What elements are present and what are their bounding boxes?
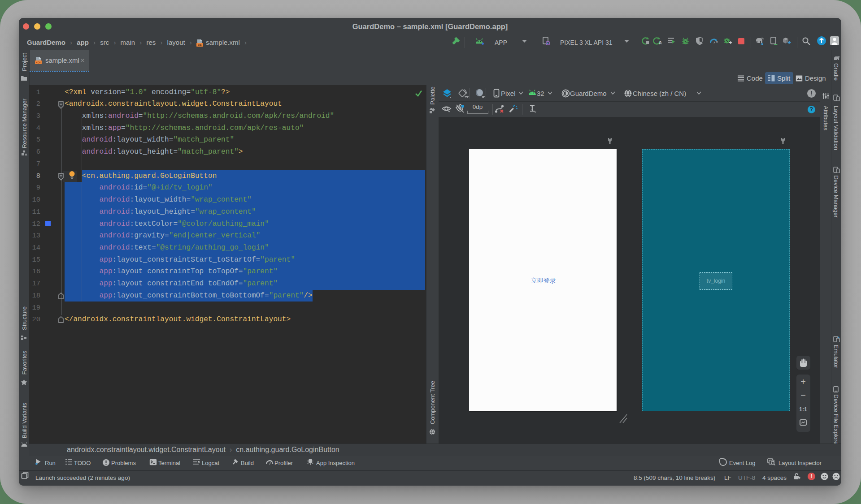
svg-text:<>: <> [198,43,202,47]
svg-text:A: A [659,40,661,45]
svg-text:<>: <> [36,60,40,65]
